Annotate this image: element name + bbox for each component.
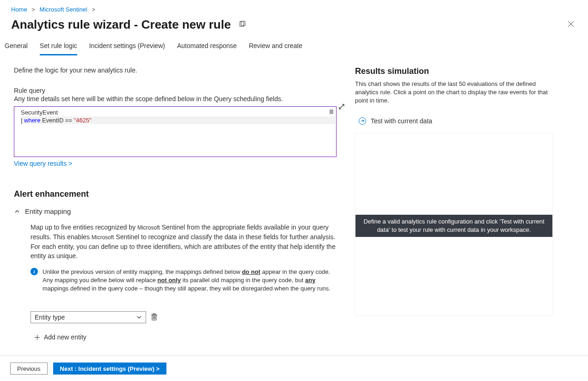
view-query-results-link[interactable]: View query results > xyxy=(14,160,72,167)
close-icon xyxy=(568,21,574,27)
results-simulation-description: This chart shows the results of the last… xyxy=(355,80,549,105)
entity-mapping-info: i Unlike the previous version of entity … xyxy=(31,268,336,293)
entity-mapping-label: Entity mapping xyxy=(25,207,71,215)
test-link-label: Test with current data xyxy=(371,117,432,125)
intro-text: Define the logic for your new analytics … xyxy=(14,67,337,74)
tab-review-create[interactable]: Review and create xyxy=(249,38,302,55)
add-entity-button[interactable]: Add new entity xyxy=(34,333,337,341)
expand-icon[interactable] xyxy=(338,103,345,111)
page-title: Analytics rule wizard - Create new rule xyxy=(11,18,231,32)
close-button[interactable] xyxy=(565,18,577,31)
info-icon: i xyxy=(31,268,38,275)
code-line-2: | where EventID == "4625" xyxy=(21,116,335,124)
code-line-1: SecurityEvent xyxy=(21,109,336,116)
rule-query-label: Rule query xyxy=(14,87,337,94)
trash-icon xyxy=(151,313,158,321)
next-button[interactable]: Next : Incident settings (Preview) > xyxy=(53,363,167,375)
chevron-up-icon xyxy=(14,208,20,215)
rule-query-help: Any time details set here will be within… xyxy=(14,95,337,103)
test-with-current-data-link[interactable]: Test with current data xyxy=(359,117,432,125)
tab-incident-settings[interactable]: Incident settings (Preview) xyxy=(89,38,165,55)
entity-type-placeholder: Entity type xyxy=(35,314,65,321)
breadcrumb-sep: > xyxy=(92,6,95,13)
breadcrumb-sentinel[interactable]: Microsoft Sentinel xyxy=(40,6,87,13)
breadcrumb-sep: > xyxy=(31,6,35,13)
entity-mapping-description: Map up to five entities recognized by Mi… xyxy=(31,223,336,260)
entity-mapping-header[interactable]: Entity mapping xyxy=(14,207,337,215)
breadcrumb-home[interactable]: Home xyxy=(11,6,27,13)
plus-icon xyxy=(34,334,40,340)
footer: Previous Next : Incident settings (Previ… xyxy=(0,356,588,381)
chart-banner-message: Define a valid analytics rule configurat… xyxy=(355,215,552,237)
tab-set-rule-logic[interactable]: Set rule logic xyxy=(40,38,77,55)
previous-button[interactable]: Previous xyxy=(10,363,48,375)
query-editor[interactable]: SecurityEvent | where EventID == "4625" xyxy=(14,106,337,157)
svg-rect-10 xyxy=(153,314,155,315)
svg-line-4 xyxy=(339,104,344,109)
alert-enhancement-title: Alert enhancement xyxy=(14,189,337,199)
arrow-right-circle-icon xyxy=(359,117,366,125)
tab-general[interactable]: General xyxy=(5,38,28,55)
delete-entity-button[interactable] xyxy=(151,313,158,322)
tab-automated-response[interactable]: Automated response xyxy=(177,38,237,55)
add-entity-label: Add new entity xyxy=(44,333,86,341)
tabs: General Set rule logic Incident settings… xyxy=(0,38,588,55)
pin-icon[interactable] xyxy=(239,21,246,29)
results-chart-placeholder: Define a valid analytics rule configurat… xyxy=(355,133,553,316)
scrollbar-indicator xyxy=(330,109,333,114)
entity-type-select[interactable]: Entity type xyxy=(31,311,146,323)
breadcrumb: Home > Microsoft Sentinel > xyxy=(0,0,588,13)
chevron-down-icon xyxy=(136,314,142,320)
results-simulation-title: Results simulation xyxy=(355,67,554,76)
